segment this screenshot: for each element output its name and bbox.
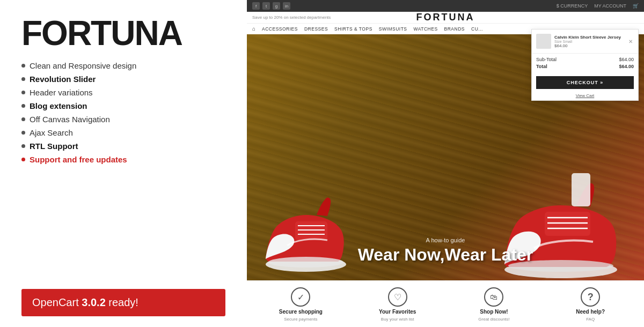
list-item: Clean and Responsive design bbox=[21, 61, 225, 70]
feature-text: Header variations bbox=[30, 88, 93, 97]
help-icon: ? bbox=[581, 287, 600, 307]
hero-sneaker-left bbox=[258, 189, 354, 275]
opencart-suffix: ready! bbox=[106, 296, 138, 308]
hero-text: A how-to guide Wear Now,Wear Later bbox=[358, 237, 533, 264]
cart-item-details: Calvin Klein Short Sleeve Jersey Size Sm… bbox=[554, 35, 624, 48]
feature-text: Clean and Responsive design bbox=[30, 61, 136, 70]
home-icon[interactable]: ⌂ bbox=[252, 26, 255, 32]
social-icons: f t g in bbox=[252, 2, 290, 10]
cart-dropdown: Calvin Klein Short Sleeve Jersey Size Sm… bbox=[531, 29, 639, 101]
subtotal-value: $64.00 bbox=[619, 57, 634, 62]
bullet-icon bbox=[21, 77, 25, 81]
nav-more[interactable]: CU... bbox=[471, 26, 483, 32]
instagram-icon[interactable]: in bbox=[283, 2, 290, 10]
feature-favorites-name: Your Favorites bbox=[379, 309, 416, 315]
hero-title: Wear Now,Wear Later bbox=[358, 246, 533, 264]
shop-icon: 🛍 bbox=[484, 287, 503, 307]
favorites-icon: ♡ bbox=[388, 287, 407, 307]
twitter-icon[interactable]: t bbox=[262, 2, 270, 10]
feature-text: Ajax Search bbox=[30, 128, 73, 137]
bullet-icon bbox=[21, 131, 25, 135]
store-header: Save up to 20% on selected departments F… bbox=[247, 12, 644, 24]
view-cart-link[interactable]: View Cart bbox=[532, 91, 638, 100]
svg-rect-12 bbox=[572, 173, 590, 206]
feature-help-name: Need help? bbox=[576, 309, 605, 315]
feature-help: ? Need help? FAQ bbox=[569, 287, 612, 322]
bullet-icon bbox=[21, 144, 25, 148]
cart-item-close-button[interactable]: ✕ bbox=[627, 38, 634, 46]
secure-icon: ✓ bbox=[291, 287, 310, 307]
left-panel: FORTUNA Clean and Responsive design Revo… bbox=[0, 0, 247, 327]
feature-text: Off Canvas Navigation bbox=[30, 115, 110, 124]
bullet-icon bbox=[21, 117, 25, 121]
total-value: $64.00 bbox=[619, 64, 634, 69]
feature-shop-name: Shop Now! bbox=[480, 309, 508, 315]
currency-selector[interactable]: $ CURRENCY bbox=[557, 3, 588, 9]
right-panel: f t g in $ CURRENCY MY ACCOUNT 🛒 Save up… bbox=[247, 0, 644, 327]
feature-favorites: ♡ Your Favorites Buy your wish list bbox=[376, 287, 419, 322]
cart-item-size: Size Small bbox=[554, 40, 624, 43]
list-item: Revolution Slider bbox=[21, 75, 225, 84]
opencart-banner: OpenCart 3.0.2 ready! bbox=[21, 289, 225, 316]
bullet-icon bbox=[21, 104, 25, 108]
cart-totals: Sub-Total $64.00 Total $64.00 bbox=[532, 54, 638, 74]
bullet-icon bbox=[21, 64, 25, 68]
googleplus-icon[interactable]: g bbox=[273, 2, 280, 10]
store-logo: FORTUNA bbox=[416, 12, 475, 23]
store-screenshot: f t g in $ CURRENCY MY ACCOUNT 🛒 Save up… bbox=[247, 0, 644, 327]
feature-shop: 🛍 Shop Now! Great discounts! bbox=[472, 287, 515, 322]
list-item: Ajax Search bbox=[21, 128, 225, 137]
feature-list: Clean and Responsive design Revolution S… bbox=[21, 61, 225, 168]
nav-shirts[interactable]: SHIRTS & TOPS bbox=[334, 26, 372, 32]
topbar-actions: $ CURRENCY MY ACCOUNT 🛒 bbox=[557, 3, 639, 9]
cart-item-price: $64.00 bbox=[554, 43, 624, 48]
feature-text: RTL Support bbox=[30, 142, 78, 151]
nav-brands[interactable]: BRANDS bbox=[444, 26, 465, 32]
bullet-icon bbox=[21, 91, 25, 94]
list-item: Off Canvas Navigation bbox=[21, 115, 225, 124]
feature-secure-sub: Secure payments bbox=[284, 317, 317, 322]
checkout-button[interactable]: CHECKOUT » bbox=[536, 76, 634, 89]
list-item: Blog extension bbox=[21, 101, 225, 110]
svg-rect-1 bbox=[295, 221, 327, 240]
facebook-icon[interactable]: f bbox=[252, 2, 260, 10]
feature-secure: ✓ Secure shopping Secure payments bbox=[279, 287, 323, 322]
opencart-prefix: OpenCart bbox=[32, 296, 82, 308]
total-label: Total bbox=[536, 64, 547, 69]
svg-rect-7 bbox=[545, 212, 590, 236]
nav-swimsuits[interactable]: SWIMSUITS bbox=[379, 26, 407, 32]
bullet-icon bbox=[21, 158, 25, 161]
cart-icon[interactable]: 🛒 bbox=[633, 3, 639, 9]
list-item: Header variations bbox=[21, 88, 225, 97]
cart-item-image bbox=[536, 34, 551, 49]
nav-accessories[interactable]: ACCESSORIES bbox=[262, 26, 298, 32]
opencart-version: 3.0.2 bbox=[82, 296, 105, 308]
list-item: RTL Support bbox=[21, 142, 225, 151]
brand-title: FORTUNA bbox=[21, 16, 225, 50]
feature-shop-sub: Great discounts! bbox=[478, 317, 509, 322]
nav-watches[interactable]: WATCHES bbox=[414, 26, 438, 32]
svg-point-5 bbox=[268, 257, 343, 267]
features-row: ✓ Secure shopping Secure payments ♡ Your… bbox=[247, 280, 644, 327]
feature-help-sub: FAQ bbox=[586, 317, 595, 322]
feature-favorites-sub: Buy your wish list bbox=[381, 317, 414, 322]
feature-text: Support and free updates bbox=[30, 155, 127, 164]
feature-text: Blog extension bbox=[30, 101, 87, 110]
feature-text: Revolution Slider bbox=[30, 75, 96, 84]
feature-secure-name: Secure shopping bbox=[279, 309, 323, 315]
store-topbar: f t g in $ CURRENCY MY ACCOUNT 🛒 bbox=[247, 0, 644, 12]
cart-item-name: Calvin Klein Short Sleeve Jersey bbox=[554, 35, 624, 40]
cart-subtotal-row: Sub-Total $64.00 bbox=[536, 57, 634, 62]
promo-text: Save up to 20% on selected departments bbox=[252, 15, 331, 20]
hero-subtitle: A how-to guide bbox=[358, 237, 533, 243]
subtotal-label: Sub-Total bbox=[536, 57, 557, 62]
cart-item-row: Calvin Klein Short Sleeve Jersey Size Sm… bbox=[532, 29, 638, 54]
nav-dresses[interactable]: DRESSES bbox=[304, 26, 328, 32]
hero-sneaker-right bbox=[494, 173, 628, 280]
list-item: Support and free updates bbox=[21, 155, 225, 164]
cart-total-row: Total $64.00 bbox=[536, 64, 634, 69]
account-link[interactable]: MY ACCOUNT bbox=[594, 3, 626, 9]
